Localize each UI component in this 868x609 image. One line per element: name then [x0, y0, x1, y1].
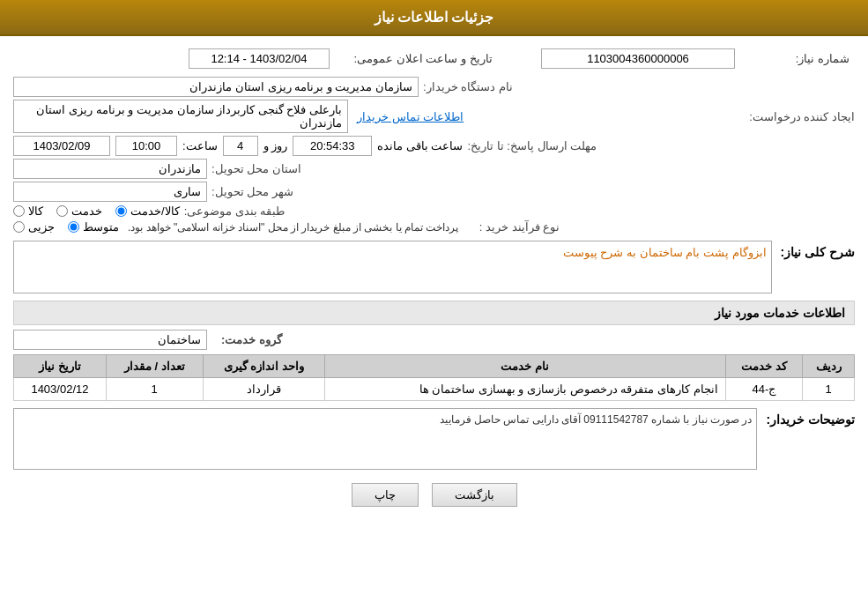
- time-value: 10:00: [115, 136, 177, 156]
- buyer-desc-value: در صورت نیاز با شماره 09111542787 آقای د…: [13, 408, 757, 470]
- service-group-row: گروه خدمت: ساختمان: [13, 330, 855, 350]
- col-header-service-code: کد خدمت: [725, 355, 803, 378]
- category-option-1-label: کالا: [28, 204, 43, 218]
- days-label: روز و: [263, 139, 288, 152]
- cell-row-num: 1: [803, 378, 855, 401]
- category-radio-1[interactable]: [13, 205, 25, 217]
- need-desc-row: شرح کلی نیاز: ابزوگام پشت بام ساختمان به…: [13, 241, 855, 293]
- creator-label: ایجاد کننده درخواست:: [749, 110, 855, 123]
- back-button[interactable]: بازگشت: [432, 483, 517, 507]
- creator-row: ایجاد کننده درخواست: اطلاعات تماس خریدار…: [13, 100, 855, 133]
- category-radio-group: کالا/خدمت خدمت کالا: [13, 204, 180, 218]
- city-label: شهر محل تحویل:: [211, 185, 293, 198]
- remaining-value: 20:54:33: [293, 136, 372, 156]
- cell-unit: قرارداد: [203, 378, 324, 401]
- announcement-date-value: 1403/02/04 - 12:14: [189, 48, 330, 69]
- announcement-date-label: تاریخ و ساعت اعلان عمومی:: [335, 45, 511, 72]
- top-info-table: شماره نیاز: 1103004360000006 تاریخ و ساع…: [13, 45, 855, 72]
- category-option-2[interactable]: خدمت: [56, 204, 102, 218]
- service-group-value: ساختمان: [13, 330, 207, 350]
- response-deadline-row: مهلت ارسال پاسخ: تا تاریخ: ساعت باقی مان…: [13, 136, 855, 156]
- category-option-3-label: کالا/خدمت: [130, 204, 180, 218]
- category-option-3[interactable]: کالا/خدمت: [115, 204, 180, 218]
- buyer-org-label: نام دستگاه خریدار:: [423, 80, 513, 93]
- services-section-title: اطلاعات خدمات مورد نیاز: [13, 301, 855, 325]
- city-row: شهر محل تحویل: ساری: [13, 182, 855, 202]
- buyer-org-value: سازمان مدیریت و برنامه ریزی استان مازندر…: [13, 77, 419, 97]
- cell-need-date: 1403/02/12: [14, 378, 107, 401]
- category-option-1[interactable]: کالا: [13, 204, 43, 218]
- col-header-row-num: ردیف: [803, 355, 855, 378]
- province-label: استان محل تحویل:: [211, 162, 301, 175]
- purchase-type-option-1-label: جزیی: [28, 220, 55, 234]
- response-date-value: 1403/02/09: [13, 136, 110, 156]
- cell-quantity: 1: [106, 378, 203, 401]
- page-header: جزئیات اطلاعات نیاز: [0, 0, 868, 36]
- category-radio-2[interactable]: [56, 205, 68, 217]
- service-group-label: گروه خدمت:: [211, 333, 282, 346]
- buyer-desc-label: توضیحات خریدار:: [766, 408, 855, 427]
- col-header-unit: واحد اندازه گیری: [203, 355, 324, 378]
- creator-value: بارعلی فلاح گنجی کاربرداز سازمان مدیریت …: [13, 100, 348, 133]
- need-desc-value: ابزوگام پشت بام ساختمان به شرح پیوست: [13, 241, 772, 293]
- print-button[interactable]: چاپ: [352, 483, 419, 507]
- need-number-label: شماره نیاز:: [740, 45, 855, 72]
- contact-link[interactable]: اطلاعات تماس خریدار: [357, 110, 464, 123]
- purchase-note: پرداخت تمام یا بخشی از مبلغ خریدار از مح…: [128, 221, 458, 234]
- header-title: جزئیات اطلاعات نیاز: [375, 10, 494, 25]
- purchase-type-option-2-label: متوسط: [83, 220, 119, 234]
- services-table: ردیف کد خدمت نام خدمت واحد اندازه گیری ت…: [13, 354, 855, 401]
- remaining-label: ساعت باقی مانده: [377, 139, 463, 152]
- need-number-value: 1103004360000006: [541, 48, 735, 69]
- purchase-type-radio-1[interactable]: [13, 221, 25, 233]
- buyer-desc-row: توضیحات خریدار: در صورت نیاز با شماره 09…: [13, 408, 855, 470]
- category-row: طبقه بندی موضوعی: کالا/خدمت خدمت کالا: [13, 204, 855, 218]
- province-row: استان محل تحویل: مازندران: [13, 159, 855, 179]
- purchase-type-option-2[interactable]: متوسط: [68, 220, 119, 234]
- page-wrapper: جزئیات اطلاعات نیاز شماره نیاز: 11030043…: [0, 0, 868, 609]
- col-header-quantity: تعداد / مقدار: [106, 355, 203, 378]
- city-value: ساری: [13, 182, 207, 202]
- need-desc-label: شرح کلی نیاز:: [781, 241, 855, 259]
- province-value: مازندران: [13, 159, 207, 179]
- purchase-type-row: نوع فرآیند خرید : پرداخت تمام یا بخشی از…: [13, 220, 855, 234]
- col-header-need-date: تاریخ نیاز: [14, 355, 107, 378]
- buyer-org-row: نام دستگاه خریدار: سازمان مدیریت و برنام…: [13, 77, 855, 97]
- cell-service-name: انجام کارهای متفرقه درخصوص بازسازی و بهس…: [324, 378, 725, 401]
- days-value: 4: [223, 136, 258, 156]
- purchase-type-option-1[interactable]: جزیی: [13, 220, 55, 234]
- category-option-2-label: خدمت: [71, 204, 102, 218]
- purchase-type-radio-group: متوسط جزیی: [13, 220, 119, 234]
- col-header-service-name: نام خدمت: [324, 355, 725, 378]
- purchase-type-label: نوع فرآیند خرید :: [463, 220, 560, 234]
- time-label: ساعت:: [182, 139, 218, 152]
- category-label: طبقه بندی موضوعی:: [184, 204, 286, 218]
- purchase-type-radio-2[interactable]: [68, 221, 79, 233]
- buttons-row: بازگشت چاپ: [13, 483, 855, 507]
- table-row: 1 ج-44 انجام کارهای متفرقه درخصوص بازساز…: [14, 378, 855, 401]
- category-radio-3[interactable]: [115, 205, 127, 217]
- main-content: شماره نیاز: 1103004360000006 تاریخ و ساع…: [0, 36, 868, 524]
- cell-service-code: ج-44: [725, 378, 803, 401]
- response-deadline-label: مهلت ارسال پاسخ: تا تاریخ:: [467, 139, 597, 152]
